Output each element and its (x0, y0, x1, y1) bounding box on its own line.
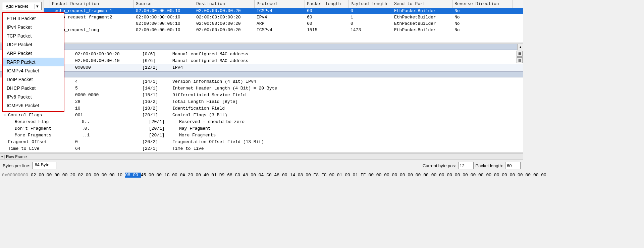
grid-cell: 1515 (305, 27, 348, 33)
grid-header-cell[interactable]: Payload length (348, 0, 392, 8)
detail-row[interactable]: 4[14/1]Version information (4 Bit) IPv4 (0, 78, 523, 85)
scroll-up-icon[interactable]: ▴ (517, 44, 523, 50)
field-pos: [15/1] (142, 92, 172, 98)
grid-cell: 02:00:00:00:00:10 (134, 8, 194, 14)
detail-row[interactable]: Header Length5[14/1]Internet Header Leng… (0, 85, 523, 91)
detail-row[interactable]: 02:00:00:00:00:10[6/6]Manual configured … (0, 57, 523, 64)
chevron-down-icon[interactable]: ▾ (0, 155, 5, 159)
field-desc: Time to Live (172, 146, 523, 151)
menu-item[interactable]: RARP Packet (3, 58, 64, 66)
detail-row[interactable]: Time to Live64[22/1]Time to Live (0, 145, 523, 152)
add-packet-button[interactable]: Add Packet ▾ (2, 2, 42, 10)
field-desc: Total Length Field [Byte] (172, 99, 523, 104)
field-name: Control Flags (8, 113, 75, 118)
grid-cell: EthPacketBuilder (392, 27, 452, 33)
detail-row[interactable]: Don't Fragment.0.[20/1]May Fragment (0, 125, 523, 132)
grid-cell: 0 (348, 20, 392, 27)
expand-icon[interactable]: ⊟ (2, 113, 8, 117)
field-pos: [14/1] (142, 86, 172, 91)
grid-header-cell[interactable]: Protocol (255, 0, 305, 8)
field-pos: [16/2] (142, 99, 172, 104)
grid-cell: ICMPv4 (255, 27, 305, 33)
field-desc: Differentiated Service Field (172, 92, 523, 98)
field-value: 64 (75, 146, 142, 151)
detail-row[interactable]: ⊟Control Flags001[20/1]Control Flags (3 … (0, 112, 523, 118)
field-desc: May Fragment (179, 126, 523, 131)
table-row[interactable]: ply02:00:00:00:00:1002:00:00:00:00:20ARP… (44, 20, 523, 27)
field-name: Reserved Flag (15, 119, 82, 124)
current-byte-pos-label: Current byte pos: (423, 163, 456, 168)
grid-header: Packet DescriptionSourceDestinationProto… (44, 0, 523, 8)
field-value: 02:00:00:00:00:20 (75, 52, 142, 57)
grid-cell: 0 (348, 8, 392, 14)
detail-row[interactable]: ⊞DS Field0000 0000[15/1]Differentiated S… (0, 91, 523, 98)
field-desc: Internet Header Length (4 Bit) = 20 Byte (172, 86, 523, 91)
detail-tree-ip: 4[14/1]Version information (4 Bit) IPv4H… (0, 77, 523, 152)
grid-cell: 02:00:00:00:00:10 (134, 27, 194, 33)
grid-cell: No (452, 14, 513, 20)
field-pos: [22/1] (142, 146, 172, 151)
menu-item[interactable]: TCP Packet (3, 32, 64, 40)
field-pos: [6/6] (142, 58, 172, 63)
grid-cell: EthPacketBuilder (392, 8, 452, 14)
detail-row[interactable]: 0x0800[12/2]IPv4 (0, 64, 523, 71)
menu-item[interactable]: ETH II Packet (3, 14, 64, 23)
field-value: 0000 0000 (75, 92, 142, 98)
detail-row[interactable]: Identification10[18/2]Identification Fie… (0, 105, 523, 112)
current-byte-pos-input[interactable] (458, 162, 474, 169)
grid-cell: 60 (305, 8, 348, 14)
grid-header-cell[interactable]: Reverse Direction (452, 0, 513, 8)
grid-header-cell[interactable] (44, 0, 50, 8)
section-header-eth[interactable]: ▴ (0, 44, 523, 50)
chevron-down-icon[interactable]: ▾ (35, 4, 40, 9)
field-value: 001 (75, 113, 142, 118)
packet-length-input[interactable] (505, 162, 521, 169)
packet-grid: Packet DescriptionSourceDestinationProto… (44, 0, 523, 43)
grid-header-cell[interactable]: Source (134, 0, 194, 8)
grid-cell: 1473 (348, 27, 392, 33)
detail-row[interactable]: 02:00:00:00:00:20[0/6]Manual configured … (0, 51, 523, 57)
field-desc: Control Flags (3 Bit) (172, 113, 523, 118)
add-packet-menu: ETH II PacketIPv4 PacketTCP PacketUDP Pa… (2, 12, 64, 112)
field-value: 5 (75, 86, 142, 91)
grid-cell: ICMPv4 (255, 8, 305, 14)
bytes-per-line-select[interactable]: 64 Byte (32, 162, 56, 169)
menu-item[interactable]: DHCP Packet (3, 84, 64, 92)
menu-item[interactable]: DoIP Packet (3, 75, 64, 84)
detail-row[interactable]: More Fragments..1[20/1]More Fragments (0, 132, 523, 138)
side-button-2[interactable]: ▦ (517, 57, 523, 63)
menu-item[interactable]: ICMPv6 Packet (3, 101, 64, 110)
menu-item[interactable]: IPv6 Packet (3, 92, 64, 101)
grid-header-cell[interactable]: Packet length (305, 0, 348, 8)
field-pos: [20/1] (149, 119, 179, 124)
table-row[interactable]: _echo_request_fragment202:00:00:00:00:10… (44, 14, 523, 20)
field-value: 0.. (82, 119, 149, 124)
detail-row[interactable]: Fragment Offset0[20/2]Fragmentation Offs… (0, 138, 523, 145)
field-name: Fragment Offset (8, 139, 75, 144)
add-packet-label: Add Packet (4, 4, 30, 9)
grid-cell: No (452, 27, 513, 33)
field-desc: More Fragments (179, 133, 523, 138)
side-button-1[interactable]: ▦ (517, 51, 523, 57)
grid-cell: 1 (348, 14, 392, 20)
menu-item[interactable]: IPv4 Packet (3, 23, 64, 32)
menu-item[interactable]: ARP Packet (3, 49, 64, 58)
hex-address: 0x00000000 (2, 173, 28, 178)
detail-row[interactable]: Total Length28[16/2]Total Length Field [… (0, 98, 523, 105)
field-value: .0. (82, 126, 149, 131)
table-row[interactable]: _echo_request_long02:00:00:00:00:1002:00… (44, 27, 523, 33)
menu-item[interactable]: ICMPv4 Packet (3, 66, 64, 75)
grid-header-cell[interactable]: Packet Description (50, 0, 134, 8)
table-row[interactable]: _echo_request_fragment102:00:00:00:00:10… (44, 8, 523, 14)
detail-row[interactable]: Reserved Flag0..[20/1]Reserved - should … (0, 118, 523, 125)
grid-header-cell[interactable]: Send to Port (392, 0, 452, 8)
grid-header-cell[interactable]: Destination (194, 0, 255, 8)
grid-cell: No (452, 8, 513, 14)
field-pos: [20/1] (142, 113, 172, 118)
field-pos: [12/2] (142, 65, 172, 70)
grid-cell: No (452, 20, 513, 27)
raw-frame-title: Raw Frame (5, 154, 27, 159)
section-header-ip[interactable] (0, 71, 523, 77)
field-desc: Version information (4 Bit) IPv4 (172, 79, 523, 84)
menu-item[interactable]: UDP Packet (3, 40, 64, 49)
